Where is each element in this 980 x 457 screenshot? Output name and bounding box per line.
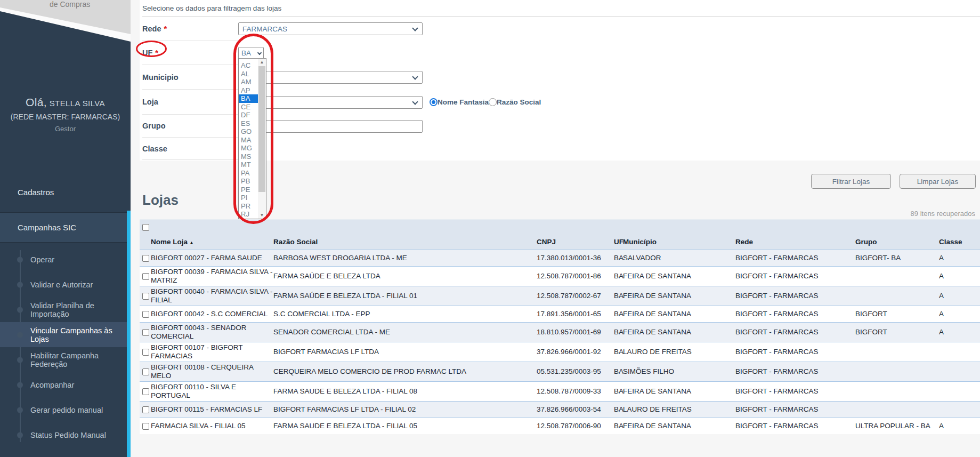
sidebar-item-label: Gerar pedido manual [30, 406, 103, 414]
cell-grupo: BIGFORT [855, 328, 939, 336]
uf-option[interactable]: CE [239, 103, 258, 111]
cell-cnpj: 12.508.787/0009-33 [537, 387, 614, 396]
sidebar-section-cadastros[interactable]: Cadastros [0, 183, 131, 202]
uf-option[interactable]: PR [239, 202, 258, 211]
cell-grupo: ULTRA POPULAR - BA [855, 422, 939, 430]
column-header-grupo[interactable]: Grupo [855, 238, 939, 246]
uf-dropdown-scrollbar[interactable]: ▲ ▼ [258, 59, 266, 219]
cell-razao-social: BIGFORT FARMACIAS LF LTDA [273, 348, 537, 356]
uf-option[interactable]: PI [239, 194, 258, 202]
uf-option[interactable]: AC [239, 61, 258, 70]
cell-uf: BA [614, 422, 623, 430]
row-checkbox[interactable] [142, 368, 149, 375]
column-header-rede[interactable]: Rede [735, 238, 855, 246]
row-checkbox[interactable] [142, 273, 149, 280]
cell-rede: BIGFORT - FARMARCAS [735, 367, 855, 376]
sidebar-item-label: Validar e Autorizar [30, 280, 93, 289]
bullet-dot-icon [17, 357, 23, 363]
uf-option[interactable]: MA [239, 136, 258, 145]
cell-nome-loja: BIGFORT 00108 - CERQUEIRA MELO [151, 363, 273, 380]
cell-nome-loja: BIGFORT 00040 - FARMACIA SILVA - FILIAL [151, 287, 273, 304]
uf-option[interactable]: DF [239, 111, 258, 119]
row-checkbox[interactable] [142, 255, 149, 262]
radio-razao-social[interactable] [489, 98, 497, 106]
chevron-down-icon [257, 50, 262, 54]
cell-uf: BA [614, 405, 623, 414]
uf-option[interactable]: PA [239, 169, 258, 178]
uf-option[interactable]: AL [239, 70, 258, 78]
radio-label-nome-fantasia[interactable]: Nome Fantasia [438, 98, 489, 106]
sidebar-scrollbar[interactable] [127, 211, 131, 457]
sidebar-item[interactable]: Operar [0, 247, 131, 272]
table-row: BIGFORT 00040 - FARMACIA SILVA - FILIAL … [140, 286, 980, 306]
filtrar-lojas-button[interactable]: Filtrar Lojas [811, 174, 891, 189]
radio-nome-fantasia[interactable] [430, 98, 438, 106]
rede-select[interactable]: FARMARCAS [238, 22, 423, 35]
sidebar-logo-area: de Compras [0, 0, 131, 75]
page-title: Lojas [142, 192, 980, 209]
cell-uf: BA [614, 254, 623, 262]
cell-rede: BIGFORT - FARMARCAS [735, 310, 855, 318]
uf-option[interactable]: MS [239, 153, 258, 161]
sidebar-item[interactable]: Vincular Campanhas às Lojas [0, 322, 131, 347]
uf-option[interactable]: AP [239, 86, 258, 95]
select-all-checkbox[interactable] [142, 224, 149, 231]
grupo-label: Grupo [142, 115, 238, 138]
sidebar-item[interactable]: Gerar pedido manual [0, 397, 131, 422]
row-checkbox[interactable] [142, 388, 149, 395]
column-header-classe[interactable]: Classe [939, 238, 980, 246]
cell-cnpj: 05.531.235/0003-95 [537, 367, 614, 376]
row-checkbox[interactable] [142, 423, 149, 430]
table-row: BIGFORT 00043 - SENADOR COMERCIAL SENADO… [140, 322, 980, 342]
cell-nome-loja: BIGFORT 00043 - SENADOR COMERCIAL [151, 324, 273, 341]
radio-label-razao-social[interactable]: Razão Social [497, 98, 541, 106]
cell-rede: BIGFORT - FARMARCAS [735, 272, 855, 280]
uf-label: UF * [142, 41, 238, 65]
scroll-up-arrow-icon[interactable]: ▲ [258, 59, 266, 66]
form-row-uf: UF * BA [142, 41, 980, 65]
column-header-municipio[interactable]: Município [623, 238, 735, 246]
sidebar-item[interactable]: Habilitar Campanha Federeção [0, 347, 131, 372]
cell-cnpj: 37.826.966/0001-92 [537, 348, 614, 356]
uf-option[interactable]: MG [239, 144, 258, 153]
row-checkbox[interactable] [142, 293, 149, 300]
column-header-razao-social[interactable]: Razão Social [273, 238, 537, 246]
scrollbar-track[interactable] [258, 66, 266, 212]
table-row: BIGFORT 00110 - SILVA E PORTUGAL FARMA S… [140, 381, 980, 401]
uf-option[interactable]: RJ [239, 210, 258, 219]
column-header-cnpj[interactable]: CNPJ [537, 238, 614, 246]
sidebar-item[interactable]: Status Pedido Manual [0, 422, 131, 447]
uf-select[interactable]: BA [238, 47, 264, 60]
sidebar-item[interactable]: Acompanhar [0, 372, 131, 397]
form-row-grupo: Grupo [142, 115, 980, 138]
uf-option[interactable]: BA [239, 94, 258, 103]
cell-classe: A [939, 310, 980, 318]
table-row: BIGFORT 00039 - FARMACIA SILVA - MATRIZ … [140, 266, 980, 286]
row-checkbox[interactable] [142, 329, 149, 336]
sidebar-item[interactable]: Validar e Autorizar [0, 272, 131, 297]
sidebar: de Compras Olá, STELLA SILVA (REDE MASTE… [0, 0, 131, 457]
scroll-down-arrow-icon[interactable]: ▼ [258, 212, 266, 219]
sidebar-item[interactable]: Validar Planilha de Importação [0, 297, 131, 322]
scrollbar-thumb[interactable] [258, 66, 265, 192]
row-checkbox[interactable] [142, 406, 149, 413]
uf-option[interactable]: PE [239, 186, 258, 194]
row-checkbox[interactable] [142, 311, 149, 318]
cell-cnpj: 12.508.787/0006-90 [537, 422, 614, 430]
limpar-lojas-button[interactable]: Limpar Lojas [900, 174, 976, 189]
row-checkbox[interactable] [142, 349, 149, 356]
column-header-uf[interactable]: UF [614, 238, 623, 246]
uf-option[interactable]: AM [239, 78, 258, 86]
cell-municipio: LAURO DE FREITAS [623, 348, 735, 356]
uf-option[interactable]: GO [239, 127, 258, 136]
uf-option[interactable]: PB [239, 177, 258, 186]
uf-option[interactable]: MT [239, 161, 258, 169]
column-header-nome-loja[interactable]: Nome Loja▲ [151, 238, 273, 246]
user-role: Gestor [0, 125, 131, 133]
cell-municipio: FEIRA DE SANTANA [623, 387, 735, 396]
sidebar-section-campanhas-sic[interactable]: Campanhas SIC [0, 212, 131, 243]
cell-nome-loja: FARMACIA SILVA - FILIAL 05 [151, 422, 273, 430]
table-row: BIGFORT 00027 - FARMA SAUDE BARBOSA WEST… [140, 250, 980, 266]
table-body: BIGFORT 00027 - FARMA SAUDE BARBOSA WEST… [140, 250, 980, 434]
uf-option[interactable]: ES [239, 119, 258, 128]
